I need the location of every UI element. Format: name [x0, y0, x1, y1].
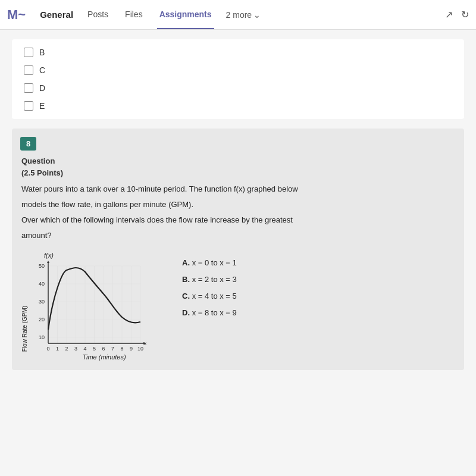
answer-choice-d[interactable]: D. x = 8 to x = 9: [182, 308, 237, 318]
svg-text:5: 5: [93, 346, 96, 352]
svg-text:10: 10: [39, 334, 45, 340]
answer-choice-b[interactable]: B. x = 2 to x = 3: [182, 274, 237, 285]
y-axis-label: Flow Rate (GPM): [21, 306, 28, 352]
svg-text:3: 3: [74, 346, 77, 352]
chevron-down-icon: ⌄: [253, 10, 261, 20]
svg-marker-36: [47, 261, 49, 263]
graph-svg: 50 40 30 20 10 0 1 2 3 4: [30, 260, 146, 352]
top-bar-actions: ↗ ↻: [445, 9, 469, 20]
x-axis-label: Time (minutes): [44, 353, 164, 361]
svg-text:4: 4: [83, 346, 86, 352]
more-tabs-button[interactable]: 2 more ⌄: [226, 10, 261, 20]
brand-icon: M~: [7, 7, 26, 23]
svg-text:9: 9: [130, 346, 133, 352]
checkbox-e[interactable]: [24, 101, 33, 111]
graph-area: Flow Rate (GPM): [21, 260, 164, 352]
list-item[interactable]: E: [24, 101, 452, 111]
graph-title: f(x): [44, 252, 164, 259]
svg-text:20: 20: [39, 317, 45, 322]
answer-choices: A. x = 0 to x = 1 B. x = 2 to x = 3 C. x…: [182, 252, 237, 319]
svg-text:7: 7: [111, 346, 114, 352]
svg-text:30: 30: [39, 299, 45, 305]
graph-inner: 50 40 30 20 10 0 1 2 3 4: [30, 260, 146, 352]
svg-text:6: 6: [102, 346, 105, 352]
checkbox-e-label: E: [39, 101, 45, 111]
checkbox-list: B C D E: [12, 39, 464, 119]
list-item[interactable]: B: [24, 48, 452, 57]
svg-text:10: 10: [137, 346, 143, 352]
question-body: f(x) Flow Rate (GPM): [12, 252, 464, 361]
question-text: Water pours into a tank over a 10-minute…: [12, 181, 464, 252]
answer-choice-a[interactable]: A. x = 0 to x = 1: [182, 258, 237, 268]
svg-text:50: 50: [39, 263, 45, 269]
checkbox-c-label: C: [39, 65, 45, 75]
svg-text:8: 8: [120, 346, 123, 352]
answer-choice-c[interactable]: C. x = 4 to x = 5: [182, 291, 237, 302]
tab-posts[interactable]: Posts: [85, 0, 111, 29]
tab-assignments[interactable]: Assignments: [157, 0, 214, 29]
checkbox-b[interactable]: [24, 48, 33, 57]
question-meta: Question (2.5 Points): [12, 151, 464, 181]
svg-text:0: 0: [46, 346, 49, 352]
svg-text:40: 40: [39, 281, 45, 287]
graph-container: f(x) Flow Rate (GPM): [21, 252, 164, 361]
question-number: 8: [20, 137, 36, 151]
checkbox-c[interactable]: [24, 65, 33, 75]
checkbox-d[interactable]: [24, 83, 33, 93]
svg-text:x: x: [143, 340, 146, 346]
list-item[interactable]: C: [24, 65, 452, 75]
refresh-icon[interactable]: ↻: [461, 9, 469, 20]
checkbox-d-label: D: [39, 83, 45, 93]
tab-files[interactable]: Files: [123, 0, 145, 29]
channel-name: General: [40, 10, 73, 20]
svg-text:1: 1: [56, 346, 59, 352]
expand-icon[interactable]: ↗: [445, 9, 453, 20]
svg-text:2: 2: [65, 346, 68, 352]
question-card: 8 Question (2.5 Points) Water pours into…: [12, 129, 464, 370]
checkbox-b-label: B: [39, 48, 45, 57]
graph-wrap: f(x) Flow Rate (GPM): [21, 252, 164, 361]
main-content: B C D E 8 Question (2.5 Points) Water po…: [0, 30, 476, 476]
nav-tabs: Posts Files Assignments 2 more ⌄: [85, 0, 261, 29]
top-bar: M~ General Posts Files Assignments 2 mor…: [0, 0, 476, 30]
list-item[interactable]: D: [24, 83, 452, 93]
